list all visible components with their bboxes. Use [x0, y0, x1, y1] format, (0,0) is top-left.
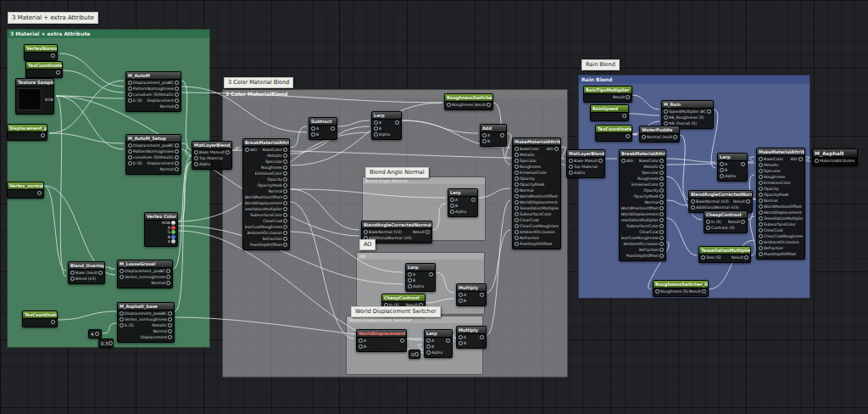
input-pin[interactable] [128, 143, 132, 148]
input-pin[interactable] [311, 126, 315, 131]
output-pin[interactable] [37, 191, 42, 195]
output-pin[interactable] [283, 165, 287, 170]
output-pin[interactable] [283, 201, 287, 205]
output-pin[interactable] [283, 231, 287, 235]
output-pin[interactable] [626, 134, 630, 138]
node-rainspeed[interactable]: RainSpeed [590, 104, 629, 121]
output-pin[interactable] [168, 311, 172, 316]
output-pin[interactable] [446, 338, 450, 343]
node-m-asphalt-base[interactable]: M_Asphalt_baseDisplacement_power (S)ABCV… [117, 302, 175, 343]
input-pin[interactable] [664, 109, 668, 114]
input-pin[interactable] [120, 323, 124, 327]
input-pin[interactable] [194, 162, 198, 166]
node-texture-sample[interactable]: Texture SampleRGB [15, 78, 54, 115]
input-pin[interactable] [128, 87, 132, 91]
output-pin[interactable] [426, 230, 430, 234]
input-pin[interactable] [120, 317, 124, 322]
output-pin[interactable] [471, 198, 476, 202]
output-pin[interactable] [673, 135, 677, 139]
output-pin[interactable] [746, 199, 750, 204]
input-pin[interactable] [691, 205, 695, 210]
input-pin[interactable] [515, 176, 519, 181]
input-pin[interactable] [408, 284, 412, 288]
output-pin[interactable] [283, 225, 287, 229]
output-pin[interactable] [659, 176, 664, 181]
output-pin[interactable] [225, 150, 230, 154]
input-pin[interactable] [408, 278, 412, 283]
output-pin[interactable] [98, 271, 103, 275]
comment-title[interactable]: 3 Color MaterialBlend [223, 90, 567, 98]
input-pin[interactable] [515, 206, 519, 210]
input-pin[interactable] [426, 350, 431, 355]
output-pin[interactable] [598, 159, 603, 163]
output-pin[interactable] [168, 317, 172, 322]
output-pin[interactable] [283, 213, 287, 217]
input-pin[interactable] [759, 193, 763, 197]
input-pin[interactable] [706, 220, 710, 224]
output-pin[interactable] [95, 332, 99, 336]
input-pin[interactable] [364, 230, 368, 234]
output-pin[interactable] [283, 207, 287, 211]
input-pin[interactable] [759, 234, 763, 238]
output-pin[interactable] [175, 167, 179, 171]
input-pin[interactable] [759, 222, 763, 227]
node-blend-overlay[interactable]: Blend_OverlayBase (V3)ResultBlend (V3) [68, 261, 105, 284]
input-pin[interactable] [515, 230, 519, 234]
node-makematerialattributes[interactable]: MakeMaterialAttributesBaseColorAttrMetal… [512, 137, 561, 249]
output-pin[interactable] [175, 87, 179, 91]
input-pin[interactable] [701, 255, 705, 260]
comment-title[interactable]: 3 Material + extra Attribute [8, 30, 209, 38]
output-pin[interactable] [798, 157, 803, 161]
output-pin[interactable] [659, 254, 664, 258]
output-pin[interactable] [283, 148, 287, 152]
input-pin[interactable] [128, 161, 132, 165]
node-0[interactable]: 0 [409, 350, 420, 359]
input-pin[interactable] [459, 299, 463, 303]
output-pin[interactable] [395, 120, 399, 125]
input-pin[interactable] [128, 155, 132, 159]
input-pin[interactable] [374, 126, 378, 131]
input-pin[interactable] [569, 171, 573, 175]
output-pin[interactable] [283, 183, 287, 187]
output-pin[interactable] [283, 189, 287, 193]
output-pin[interactable] [283, 237, 287, 241]
input-pin[interactable] [569, 159, 573, 163]
output-pin[interactable] [707, 109, 711, 114]
input-pin[interactable] [359, 344, 363, 349]
input-pin[interactable] [128, 149, 132, 154]
node-texcoordinate[interactable]: TexCoordinate [25, 61, 63, 78]
input-pin[interactable] [515, 218, 519, 222]
input-pin[interactable] [642, 135, 646, 139]
node-waterpuddle[interactable]: WaterPuddleNormal (V3)Result [639, 126, 680, 143]
output-pin[interactable] [741, 162, 745, 166]
output-pin[interactable] [168, 323, 172, 327]
output-pin[interactable] [659, 182, 664, 187]
output-pin[interactable] [166, 281, 170, 285]
input-pin[interactable] [426, 344, 431, 349]
node-multiply[interactable]: MultiplyAB [456, 326, 487, 349]
node-multiply[interactable]: MultiplyAB [456, 283, 487, 306]
node-m-rain[interactable]: M_RainSpeedMultiplier (S)ABCRB_Roughness… [661, 100, 714, 129]
output-pin[interactable] [166, 269, 170, 273]
output-pin[interactable] [283, 171, 287, 176]
node-breakmaterialattributes[interactable]: BreakMaterialAttributesAttrBaseColorMeta… [242, 138, 290, 250]
input-pin[interactable] [459, 293, 463, 297]
input-pin[interactable] [515, 171, 519, 175]
output-pin[interactable] [659, 165, 664, 169]
output-pin[interactable] [41, 133, 45, 137]
input-pin[interactable] [759, 246, 763, 250]
input-pin[interactable] [515, 224, 519, 228]
node-displacement-power[interactable]: Displacement_power [7, 124, 47, 141]
input-pin[interactable] [720, 162, 724, 166]
output-pin[interactable] [659, 248, 664, 252]
output-pin[interactable] [659, 194, 664, 199]
input-pin[interactable] [515, 194, 519, 199]
input-pin[interactable] [245, 148, 249, 152]
input-pin[interactable] [759, 240, 763, 244]
node-tessellationmultiplier[interactable]: TessellationMultiplierTess (S)Result [698, 246, 751, 263]
input-pin[interactable] [759, 163, 763, 167]
output-pin[interactable] [175, 143, 179, 148]
input-pin[interactable] [515, 242, 519, 246]
node-vertex-normal[interactable]: Vertex_normal [7, 182, 44, 199]
output-pin[interactable] [166, 275, 170, 279]
